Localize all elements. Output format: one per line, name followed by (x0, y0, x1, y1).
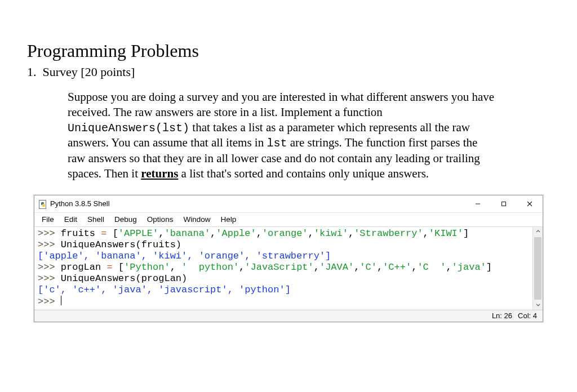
problem-number: 1. (27, 65, 39, 79)
code-string: 'orange' (262, 228, 308, 239)
code-string: 'C++' (383, 262, 411, 273)
close-button[interactable] (517, 195, 543, 212)
code-text: [ (106, 228, 118, 239)
statusbar: Ln: 26 Col: 4 (34, 310, 543, 322)
vertical-scrollbar[interactable] (532, 227, 543, 310)
text-cursor (61, 296, 61, 305)
code-string: 'banana' (164, 228, 210, 239)
shell-output: ['apple', 'banana', 'kiwi', 'orange', 's… (38, 251, 331, 261)
code-string: 'Apple' (216, 228, 256, 239)
problem-title: Survey [20 points] (43, 65, 135, 79)
code-lst-param: lst (267, 137, 287, 150)
scrollbar-up-arrow-icon[interactable] (533, 227, 543, 237)
menu-help[interactable]: Help (215, 214, 241, 225)
scrollbar-thumb[interactable] (534, 237, 542, 300)
python-shell-window: Python 3.8.5 Shell File Edit Shell Debug… (34, 195, 543, 322)
minimize-button[interactable] (465, 195, 491, 212)
page-title: Programming Problems (27, 41, 550, 61)
prompt: >>> (38, 228, 61, 239)
menubar: File Edit Shell Debug Options Window Hel… (34, 213, 543, 227)
desc-part-a: Suppose you are doing a survey and you a… (68, 90, 494, 119)
code-string: 'Strawberry' (354, 228, 423, 239)
code-op: = (106, 262, 112, 273)
menu-shell[interactable]: Shell (82, 214, 109, 225)
window-controls (465, 195, 543, 212)
desc-part-d: a list that's sorted and contains only u… (178, 167, 429, 180)
code-string: 'APPLE' (118, 228, 158, 239)
prompt: >>> (38, 273, 61, 284)
menu-window[interactable]: Window (178, 214, 215, 225)
code-text: fruits (61, 228, 101, 239)
code-call: UniqueAnswers(fruits) (61, 239, 181, 250)
code-string: ' python' (181, 262, 239, 273)
svg-rect-1 (502, 202, 506, 206)
prompt: >>> (38, 262, 61, 273)
code-string: 'JavaScript' (245, 262, 313, 273)
problem-description: Suppose you are doing a survey and you a… (68, 90, 496, 181)
code-text: ] (463, 228, 469, 239)
code-string: 'java' (452, 262, 486, 273)
menu-options[interactable]: Options (142, 214, 179, 225)
code-string: 'Python' (124, 262, 170, 273)
code-string: 'C' (359, 262, 377, 273)
menu-debug[interactable]: Debug (109, 214, 142, 225)
status-column: Col: 4 (518, 311, 537, 320)
window-titlebar: Python 3.8.5 Shell (34, 195, 543, 213)
code-text: [ (113, 262, 124, 273)
code-string: 'kiwi' (314, 228, 348, 239)
returns-word: returns (141, 167, 178, 180)
shell-content[interactable]: >>> fruits = ['APPLE','banana','Apple','… (34, 227, 532, 310)
code-string: 'C ' (417, 262, 446, 273)
problem-heading: 1. Survey [20 points] (27, 65, 550, 79)
code-op: = (101, 228, 106, 239)
menu-edit[interactable]: Edit (59, 214, 82, 225)
code-call: UniqueAnswers(progLan) (61, 273, 187, 284)
shell-output: ['c', 'c++', 'java', 'javascript', 'pyth… (38, 284, 291, 295)
maximize-button[interactable] (491, 195, 517, 212)
code-func-signature: UniqueAnswers(lst) (68, 122, 189, 135)
prompt: >>> (38, 239, 61, 250)
menu-file[interactable]: File (37, 214, 59, 225)
window-title: Python 3.8.5 Shell (50, 199, 465, 208)
status-line: Ln: 26 (492, 311, 512, 320)
code-text: ] (486, 262, 492, 273)
code-string: 'KIWI' (429, 228, 463, 239)
scrollbar-down-arrow-icon[interactable] (533, 300, 543, 310)
python-file-icon (38, 199, 47, 208)
prompt: >>> (38, 296, 61, 307)
code-text: progLan (61, 262, 107, 273)
code-string: 'JAVA' (319, 262, 354, 273)
